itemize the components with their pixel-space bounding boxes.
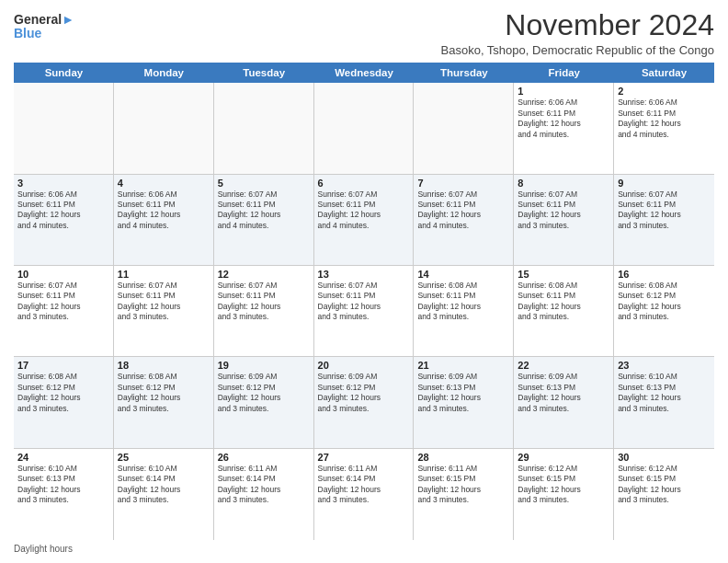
calendar: SundayMondayTuesdayWednesdayThursdayFrid…: [14, 63, 714, 540]
calendar-cell: 11Sunrise: 6:07 AMSunset: 6:11 PMDayligh…: [114, 266, 214, 356]
day-number: 28: [417, 452, 509, 463]
calendar-header: SundayMondayTuesdayWednesdayThursdayFrid…: [14, 63, 714, 83]
day-info: Sunrise: 6:07 AMSunset: 6:11 PMDaylight:…: [218, 281, 310, 323]
header-cell-friday: Friday: [514, 63, 614, 83]
day-number: 18: [118, 360, 210, 371]
calendar-row: 3Sunrise: 6:06 AMSunset: 6:11 PMDaylight…: [14, 175, 714, 266]
footer-note: Daylight hours: [14, 544, 714, 554]
title-section: November 2024 Basoko, Tshopo, Democratic…: [441, 9, 714, 57]
day-number: 26: [218, 452, 310, 463]
calendar-cell: 13Sunrise: 6:07 AMSunset: 6:11 PMDayligh…: [314, 266, 415, 356]
calendar-cell: 28Sunrise: 6:11 AMSunset: 6:15 PMDayligh…: [414, 449, 514, 540]
month-title: November 2024: [441, 9, 714, 41]
day-number: 11: [118, 269, 210, 280]
day-info: Sunrise: 6:07 AMSunset: 6:11 PMDaylight:…: [618, 190, 711, 232]
day-info: Sunrise: 6:11 AMSunset: 6:15 PMDaylight:…: [417, 464, 509, 506]
calendar-cell: 18Sunrise: 6:08 AMSunset: 6:12 PMDayligh…: [114, 357, 214, 447]
calendar-cell: 20Sunrise: 6:09 AMSunset: 6:12 PMDayligh…: [314, 357, 415, 447]
day-info: Sunrise: 6:07 AMSunset: 6:11 PMDaylight:…: [318, 281, 410, 323]
header-cell-sunday: Sunday: [14, 63, 114, 83]
day-number: 10: [17, 269, 109, 280]
day-info: Sunrise: 6:07 AMSunset: 6:11 PMDaylight:…: [417, 190, 509, 232]
calendar-cell: 27Sunrise: 6:11 AMSunset: 6:14 PMDayligh…: [314, 449, 415, 540]
day-info: Sunrise: 6:08 AMSunset: 6:12 PMDaylight:…: [17, 372, 109, 414]
header-cell-monday: Monday: [114, 63, 214, 83]
day-number: 24: [17, 452, 109, 463]
day-info: Sunrise: 6:07 AMSunset: 6:11 PMDaylight:…: [118, 281, 210, 323]
day-number: 14: [417, 269, 509, 280]
day-number: 21: [417, 360, 509, 371]
calendar-cell: 15Sunrise: 6:08 AMSunset: 6:11 PMDayligh…: [514, 266, 614, 356]
day-info: Sunrise: 6:07 AMSunset: 6:11 PMDaylight:…: [318, 190, 410, 232]
calendar-cell: 4Sunrise: 6:06 AMSunset: 6:11 PMDaylight…: [114, 175, 214, 265]
calendar-cell: [214, 83, 314, 173]
day-info: Sunrise: 6:06 AMSunset: 6:11 PMDaylight:…: [618, 98, 711, 140]
calendar-row: 17Sunrise: 6:08 AMSunset: 6:12 PMDayligh…: [14, 357, 714, 448]
calendar-cell: 12Sunrise: 6:07 AMSunset: 6:11 PMDayligh…: [214, 266, 314, 356]
day-info: Sunrise: 6:06 AMSunset: 6:11 PMDaylight:…: [118, 190, 210, 232]
calendar-cell: 16Sunrise: 6:08 AMSunset: 6:12 PMDayligh…: [614, 266, 714, 356]
calendar-cell: 29Sunrise: 6:12 AMSunset: 6:15 PMDayligh…: [514, 449, 614, 540]
calendar-cell: 17Sunrise: 6:08 AMSunset: 6:12 PMDayligh…: [14, 357, 114, 447]
day-number: 30: [618, 452, 711, 463]
calendar-cell: 1Sunrise: 6:06 AMSunset: 6:11 PMDaylight…: [514, 83, 614, 173]
calendar-cell: 9Sunrise: 6:07 AMSunset: 6:11 PMDaylight…: [614, 175, 714, 265]
day-info: Sunrise: 6:11 AMSunset: 6:14 PMDaylight:…: [318, 464, 410, 506]
day-number: 17: [17, 360, 109, 371]
calendar-cell: 19Sunrise: 6:09 AMSunset: 6:12 PMDayligh…: [214, 357, 314, 447]
day-info: Sunrise: 6:10 AMSunset: 6:14 PMDaylight:…: [118, 464, 210, 506]
day-info: Sunrise: 6:06 AMSunset: 6:11 PMDaylight:…: [518, 98, 609, 140]
calendar-cell: 5Sunrise: 6:07 AMSunset: 6:11 PMDaylight…: [214, 175, 314, 265]
day-number: 29: [518, 452, 609, 463]
calendar-cell: 14Sunrise: 6:08 AMSunset: 6:11 PMDayligh…: [414, 266, 514, 356]
calendar-cell: [14, 83, 114, 173]
calendar-row: 1Sunrise: 6:06 AMSunset: 6:11 PMDaylight…: [14, 83, 714, 174]
day-number: 6: [318, 178, 410, 189]
calendar-cell: 10Sunrise: 6:07 AMSunset: 6:11 PMDayligh…: [14, 266, 114, 356]
calendar-cell: 25Sunrise: 6:10 AMSunset: 6:14 PMDayligh…: [114, 449, 214, 540]
calendar-cell: 23Sunrise: 6:10 AMSunset: 6:13 PMDayligh…: [614, 357, 714, 447]
day-number: 25: [118, 452, 210, 463]
day-info: Sunrise: 6:09 AMSunset: 6:12 PMDaylight:…: [218, 372, 310, 414]
day-info: Sunrise: 6:09 AMSunset: 6:12 PMDaylight:…: [318, 372, 410, 414]
day-info: Sunrise: 6:11 AMSunset: 6:14 PMDaylight:…: [218, 464, 310, 506]
calendar-cell: 26Sunrise: 6:11 AMSunset: 6:14 PMDayligh…: [214, 449, 314, 540]
calendar-cell: 24Sunrise: 6:10 AMSunset: 6:13 PMDayligh…: [14, 449, 114, 540]
calendar-body: 1Sunrise: 6:06 AMSunset: 6:11 PMDaylight…: [14, 83, 714, 540]
header-cell-tuesday: Tuesday: [214, 63, 314, 83]
day-info: Sunrise: 6:08 AMSunset: 6:11 PMDaylight:…: [518, 281, 609, 323]
header-cell-thursday: Thursday: [414, 63, 514, 83]
day-number: 13: [318, 269, 410, 280]
day-info: Sunrise: 6:10 AMSunset: 6:13 PMDaylight:…: [17, 464, 109, 506]
day-info: Sunrise: 6:07 AMSunset: 6:11 PMDaylight:…: [518, 190, 609, 232]
day-number: 8: [518, 178, 609, 189]
day-info: Sunrise: 6:08 AMSunset: 6:12 PMDaylight:…: [618, 281, 711, 323]
page: General► Blue November 2024 Basoko, Tsho…: [0, 0, 728, 563]
day-info: Sunrise: 6:10 AMSunset: 6:13 PMDaylight:…: [618, 372, 711, 414]
day-info: Sunrise: 6:07 AMSunset: 6:11 PMDaylight:…: [218, 190, 310, 232]
calendar-cell: 8Sunrise: 6:07 AMSunset: 6:11 PMDaylight…: [514, 175, 614, 265]
calendar-cell: [114, 83, 214, 173]
day-info: Sunrise: 6:12 AMSunset: 6:15 PMDaylight:…: [618, 464, 711, 506]
calendar-cell: 21Sunrise: 6:09 AMSunset: 6:13 PMDayligh…: [414, 357, 514, 447]
calendar-cell: 3Sunrise: 6:06 AMSunset: 6:11 PMDaylight…: [14, 175, 114, 265]
day-number: 20: [318, 360, 410, 371]
day-info: Sunrise: 6:08 AMSunset: 6:12 PMDaylight:…: [118, 372, 210, 414]
day-number: 19: [218, 360, 310, 371]
day-number: 1: [518, 86, 609, 97]
day-number: 27: [318, 452, 410, 463]
day-number: 22: [518, 360, 609, 371]
day-number: 7: [417, 178, 509, 189]
day-number: 2: [618, 86, 711, 97]
day-number: 16: [618, 269, 711, 280]
header: General► Blue November 2024 Basoko, Tsho…: [14, 9, 714, 57]
calendar-cell: 7Sunrise: 6:07 AMSunset: 6:11 PMDaylight…: [414, 175, 514, 265]
calendar-cell: 22Sunrise: 6:09 AMSunset: 6:13 PMDayligh…: [514, 357, 614, 447]
calendar-row: 24Sunrise: 6:10 AMSunset: 6:13 PMDayligh…: [14, 449, 714, 540]
calendar-cell: 30Sunrise: 6:12 AMSunset: 6:15 PMDayligh…: [614, 449, 714, 540]
day-number: 15: [518, 269, 609, 280]
day-number: 4: [118, 178, 210, 189]
calendar-row: 10Sunrise: 6:07 AMSunset: 6:11 PMDayligh…: [14, 266, 714, 357]
calendar-cell: [314, 83, 415, 173]
header-cell-wednesday: Wednesday: [314, 63, 415, 83]
